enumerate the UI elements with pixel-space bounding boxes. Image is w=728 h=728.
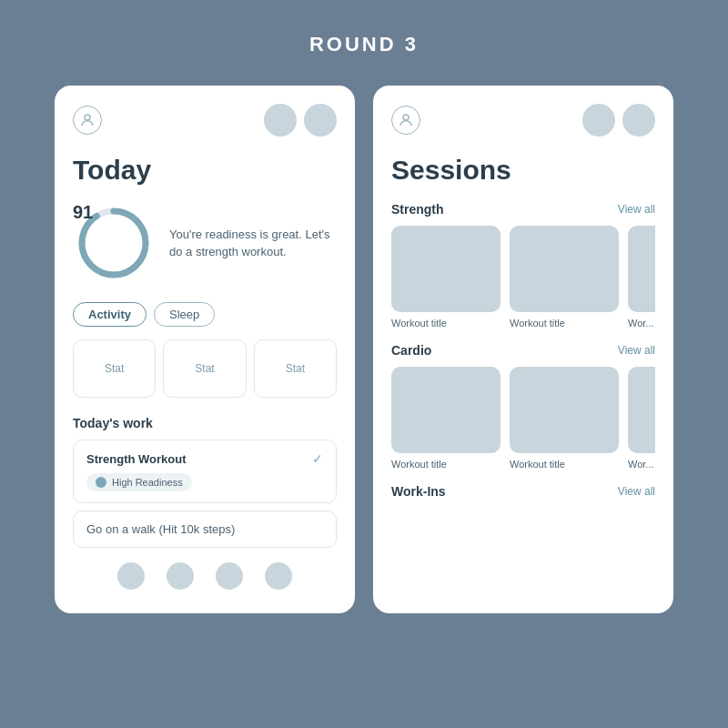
cardio-section-name: Cardio	[391, 343, 431, 358]
screen1: Today 91 You're readiness is great. Let'…	[55, 86, 355, 613]
avatar[interactable]	[73, 106, 102, 135]
workins-view-all[interactable]: View all	[618, 485, 655, 498]
header-btn-1[interactable]	[264, 104, 297, 136]
strength-section-name: Strength	[391, 202, 444, 217]
cardio-section-header: Cardio View all	[391, 343, 655, 358]
svg-point-0	[85, 115, 90, 120]
badge-dot	[96, 477, 106, 488]
cardio-label-1: Workout title	[391, 459, 500, 470]
strength-cards-row: Workout title Workout title Wor...	[391, 226, 655, 329]
nav-dot-4[interactable]	[265, 562, 292, 590]
badge-label: High Readiness	[112, 477, 183, 488]
page-title: ROUND 3	[309, 33, 419, 56]
readiness-badge[interactable]: High Readiness	[86, 473, 192, 491]
tab-activity[interactable]: Activity	[73, 302, 147, 327]
stat-box-3: Stat	[254, 339, 337, 398]
workins-section-header: Work-Ins View all	[391, 484, 655, 499]
todays-work-label: Today's work	[73, 416, 337, 430]
screen2-header	[391, 104, 655, 136]
header-buttons2	[582, 104, 655, 136]
circle-gauge: 91	[73, 202, 155, 284]
cardio-view-all[interactable]: View all	[618, 344, 655, 357]
cardio-cards-row: Workout title Workout title Wor...	[391, 367, 655, 470]
screen2: Sessions Strength View all Workout title…	[373, 86, 673, 613]
check-icon: ✓	[312, 451, 323, 466]
screen2-title: Sessions	[391, 155, 655, 186]
cardio-label-3: Wor...	[628, 459, 655, 470]
cardio-thumb-2	[510, 367, 619, 453]
header-btn-2[interactable]	[304, 104, 337, 136]
readiness-section: 91 You're readiness is great. Let's do a…	[73, 202, 337, 284]
stats-row: Stat Stat Stat	[73, 339, 337, 398]
strength-view-all[interactable]: View all	[618, 203, 655, 216]
cardio-label-2: Workout title	[510, 459, 619, 470]
tab-sleep[interactable]: Sleep	[154, 302, 215, 327]
nav-dot-2[interactable]	[167, 562, 194, 590]
nav-dot-3[interactable]	[216, 562, 243, 590]
header-btn-3[interactable]	[582, 104, 615, 136]
screen1-header	[73, 104, 337, 136]
cardio-card-1[interactable]: Workout title	[391, 367, 500, 470]
strength-card-2[interactable]: Workout title	[510, 226, 619, 329]
readiness-message: You're readiness is great. Let's do a st…	[169, 226, 337, 261]
strength-label-1: Workout title	[391, 318, 500, 329]
strength-thumb-1	[391, 226, 500, 312]
workout-name: Strength Workout	[86, 452, 187, 466]
cardio-thumb-3	[628, 367, 655, 453]
screens-container: Today 91 You're readiness is great. Let'…	[55, 86, 673, 613]
walk-card: Go on a walk (Hit 10k steps)	[73, 511, 337, 548]
nav-dot-1[interactable]	[117, 562, 145, 590]
strength-thumb-2	[510, 226, 619, 312]
screen1-title: Today	[73, 155, 337, 186]
bottom-nav	[73, 562, 337, 590]
workout-card-strength: Strength Workout ✓ High Readiness	[73, 440, 337, 503]
workout-card-top: Strength Workout ✓	[86, 451, 323, 466]
strength-section-header: Strength View all	[391, 202, 655, 217]
workins-section-name: Work-Ins	[391, 484, 446, 499]
svg-point-3	[403, 115, 409, 120]
cardio-card-3-partial: Wor...	[628, 367, 655, 470]
stat-box-1: Stat	[73, 339, 156, 398]
header-buttons	[264, 104, 337, 136]
strength-label-2: Workout title	[510, 318, 619, 329]
strength-thumb-3	[628, 226, 655, 312]
avatar2[interactable]	[391, 106, 420, 135]
cardio-section: Cardio View all Workout title Workout ti…	[391, 343, 655, 470]
strength-section: Strength View all Workout title Workout …	[391, 202, 655, 329]
stat-box-2: Stat	[163, 339, 246, 398]
strength-label-3: Wor...	[628, 318, 655, 329]
cardio-card-2[interactable]: Workout title	[510, 367, 619, 470]
strength-card-3-partial: Wor...	[628, 226, 655, 329]
tab-row: Activity Sleep	[73, 302, 337, 327]
workins-section: Work-Ins View all	[391, 484, 655, 499]
cardio-thumb-1	[391, 367, 500, 453]
readiness-score: 91	[73, 202, 155, 284]
header-btn-4[interactable]	[622, 104, 655, 136]
strength-card-1[interactable]: Workout title	[391, 226, 500, 329]
